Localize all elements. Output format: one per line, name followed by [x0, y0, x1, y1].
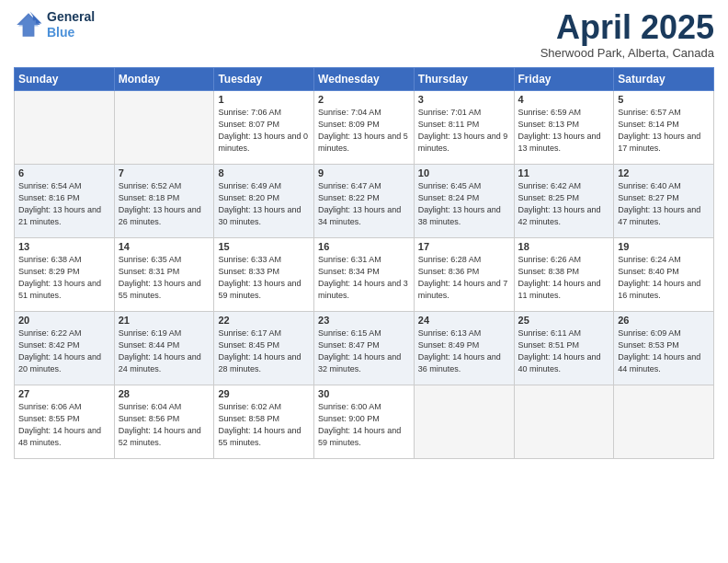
day-number: 1 — [218, 94, 310, 105]
day-info: Sunrise: 6:06 AM Sunset: 8:55 PM Dayligh… — [18, 401, 110, 449]
day-number: 8 — [218, 167, 310, 178]
day-number: 9 — [318, 167, 410, 178]
title-block: April 2025 Sherwood Park, Alberta, Canad… — [540, 9, 714, 60]
day-info: Sunrise: 6:54 AM Sunset: 8:16 PM Dayligh… — [18, 180, 110, 228]
calendar-cell: 20Sunrise: 6:22 AM Sunset: 8:42 PM Dayli… — [15, 311, 115, 385]
calendar-week-4: 20Sunrise: 6:22 AM Sunset: 8:42 PM Dayli… — [15, 311, 714, 385]
day-number: 7 — [119, 167, 210, 178]
month-title: April 2025 — [540, 9, 714, 46]
calendar-cell: 4Sunrise: 6:59 AM Sunset: 8:13 PM Daylig… — [514, 90, 614, 164]
day-info: Sunrise: 6:22 AM Sunset: 8:42 PM Dayligh… — [18, 327, 110, 375]
day-number: 29 — [218, 388, 310, 399]
day-info: Sunrise: 6:35 AM Sunset: 8:31 PM Dayligh… — [119, 254, 210, 302]
calendar-cell: 9Sunrise: 6:47 AM Sunset: 8:22 PM Daylig… — [314, 164, 415, 237]
day-info: Sunrise: 7:01 AM Sunset: 8:11 PM Dayligh… — [418, 107, 510, 155]
header: General Blue April 2025 Sherwood Park, A… — [14, 9, 714, 60]
logo-line1: General — [47, 9, 95, 25]
day-number: 23 — [318, 315, 410, 326]
weekday-wednesday: Wednesday — [314, 67, 415, 90]
day-info: Sunrise: 6:00 AM Sunset: 9:00 PM Dayligh… — [318, 401, 410, 449]
day-number: 21 — [119, 315, 210, 326]
logo-line2: Blue — [47, 25, 95, 40]
calendar-cell: 8Sunrise: 6:49 AM Sunset: 8:20 PM Daylig… — [214, 164, 314, 237]
day-number: 11 — [518, 167, 610, 178]
day-number: 19 — [618, 241, 710, 252]
day-number: 24 — [418, 315, 510, 326]
day-info: Sunrise: 6:52 AM Sunset: 8:18 PM Dayligh… — [119, 180, 210, 228]
weekday-friday: Friday — [514, 67, 614, 90]
calendar-cell — [614, 385, 714, 458]
calendar-cell: 23Sunrise: 6:15 AM Sunset: 8:47 PM Dayli… — [314, 311, 415, 385]
day-info: Sunrise: 6:09 AM Sunset: 8:53 PM Dayligh… — [618, 327, 710, 375]
calendar-cell: 15Sunrise: 6:33 AM Sunset: 8:33 PM Dayli… — [214, 237, 314, 311]
day-number: 22 — [218, 315, 310, 326]
calendar-cell: 14Sunrise: 6:35 AM Sunset: 8:31 PM Dayli… — [114, 237, 214, 311]
day-number: 6 — [18, 167, 110, 178]
calendar-cell: 1Sunrise: 7:06 AM Sunset: 8:07 PM Daylig… — [214, 90, 314, 164]
day-info: Sunrise: 6:15 AM Sunset: 8:47 PM Dayligh… — [318, 327, 410, 375]
calendar-week-2: 6Sunrise: 6:54 AM Sunset: 8:16 PM Daylig… — [15, 164, 714, 237]
weekday-tuesday: Tuesday — [214, 67, 314, 90]
calendar-cell: 30Sunrise: 6:00 AM Sunset: 9:00 PM Dayli… — [314, 385, 415, 458]
day-number: 18 — [518, 241, 610, 252]
day-info: Sunrise: 6:57 AM Sunset: 8:14 PM Dayligh… — [618, 107, 710, 155]
calendar-cell: 13Sunrise: 6:38 AM Sunset: 8:29 PM Dayli… — [15, 237, 115, 311]
calendar-cell: 11Sunrise: 6:42 AM Sunset: 8:25 PM Dayli… — [514, 164, 614, 237]
day-number: 28 — [119, 388, 210, 399]
calendar-cell — [414, 385, 514, 458]
calendar-cell: 25Sunrise: 6:11 AM Sunset: 8:51 PM Dayli… — [514, 311, 614, 385]
calendar-table: SundayMondayTuesdayWednesdayThursdayFrid… — [14, 67, 714, 459]
day-info: Sunrise: 6:45 AM Sunset: 8:24 PM Dayligh… — [418, 180, 510, 228]
day-info: Sunrise: 6:47 AM Sunset: 8:22 PM Dayligh… — [318, 180, 410, 228]
weekday-monday: Monday — [114, 67, 214, 90]
calendar-cell: 24Sunrise: 6:13 AM Sunset: 8:49 PM Dayli… — [414, 311, 514, 385]
logo-icon — [14, 10, 43, 40]
day-number: 27 — [18, 388, 110, 399]
day-number: 30 — [318, 388, 410, 399]
calendar-week-5: 27Sunrise: 6:06 AM Sunset: 8:55 PM Dayli… — [15, 385, 714, 458]
day-info: Sunrise: 6:59 AM Sunset: 8:13 PM Dayligh… — [518, 107, 610, 155]
day-number: 4 — [518, 94, 610, 105]
calendar-cell: 29Sunrise: 6:02 AM Sunset: 8:58 PM Dayli… — [214, 385, 314, 458]
page: General Blue April 2025 Sherwood Park, A… — [0, 0, 728, 563]
day-info: Sunrise: 6:26 AM Sunset: 8:38 PM Dayligh… — [518, 254, 610, 302]
day-number: 14 — [119, 241, 210, 252]
day-info: Sunrise: 6:33 AM Sunset: 8:33 PM Dayligh… — [218, 254, 310, 302]
calendar-cell: 16Sunrise: 6:31 AM Sunset: 8:34 PM Dayli… — [314, 237, 415, 311]
day-info: Sunrise: 6:40 AM Sunset: 8:27 PM Dayligh… — [618, 180, 710, 228]
day-info: Sunrise: 6:02 AM Sunset: 8:58 PM Dayligh… — [218, 401, 310, 449]
day-info: Sunrise: 6:31 AM Sunset: 8:34 PM Dayligh… — [318, 254, 410, 302]
day-number: 13 — [18, 241, 110, 252]
day-info: Sunrise: 6:04 AM Sunset: 8:56 PM Dayligh… — [119, 401, 210, 449]
calendar-cell: 19Sunrise: 6:24 AM Sunset: 8:40 PM Dayli… — [614, 237, 714, 311]
calendar-cell — [114, 90, 214, 164]
calendar-cell — [514, 385, 614, 458]
calendar-cell: 12Sunrise: 6:40 AM Sunset: 8:27 PM Dayli… — [614, 164, 714, 237]
calendar-cell: 18Sunrise: 6:26 AM Sunset: 8:38 PM Dayli… — [514, 237, 614, 311]
day-number: 26 — [618, 315, 710, 326]
day-info: Sunrise: 6:17 AM Sunset: 8:45 PM Dayligh… — [218, 327, 310, 375]
day-number: 10 — [418, 167, 510, 178]
calendar-cell: 5Sunrise: 6:57 AM Sunset: 8:14 PM Daylig… — [614, 90, 714, 164]
calendar-cell: 27Sunrise: 6:06 AM Sunset: 8:55 PM Dayli… — [15, 385, 115, 458]
day-info: Sunrise: 6:28 AM Sunset: 8:36 PM Dayligh… — [418, 254, 510, 302]
weekday-thursday: Thursday — [414, 67, 514, 90]
location: Sherwood Park, Alberta, Canada — [540, 46, 714, 60]
day-number: 2 — [318, 94, 410, 105]
day-info: Sunrise: 7:06 AM Sunset: 8:07 PM Dayligh… — [218, 107, 310, 155]
calendar-cell: 26Sunrise: 6:09 AM Sunset: 8:53 PM Dayli… — [614, 311, 714, 385]
calendar-cell — [15, 90, 115, 164]
day-number: 3 — [418, 94, 510, 105]
calendar-cell: 17Sunrise: 6:28 AM Sunset: 8:36 PM Dayli… — [414, 237, 514, 311]
day-number: 17 — [418, 241, 510, 252]
day-number: 16 — [318, 241, 410, 252]
day-info: Sunrise: 6:24 AM Sunset: 8:40 PM Dayligh… — [618, 254, 710, 302]
day-number: 25 — [518, 315, 610, 326]
day-info: Sunrise: 6:38 AM Sunset: 8:29 PM Dayligh… — [18, 254, 110, 302]
calendar-cell: 21Sunrise: 6:19 AM Sunset: 8:44 PM Dayli… — [114, 311, 214, 385]
day-info: Sunrise: 6:13 AM Sunset: 8:49 PM Dayligh… — [418, 327, 510, 375]
weekday-saturday: Saturday — [614, 67, 714, 90]
calendar-cell: 3Sunrise: 7:01 AM Sunset: 8:11 PM Daylig… — [414, 90, 514, 164]
day-info: Sunrise: 6:42 AM Sunset: 8:25 PM Dayligh… — [518, 180, 610, 228]
calendar-cell: 6Sunrise: 6:54 AM Sunset: 8:16 PM Daylig… — [15, 164, 115, 237]
